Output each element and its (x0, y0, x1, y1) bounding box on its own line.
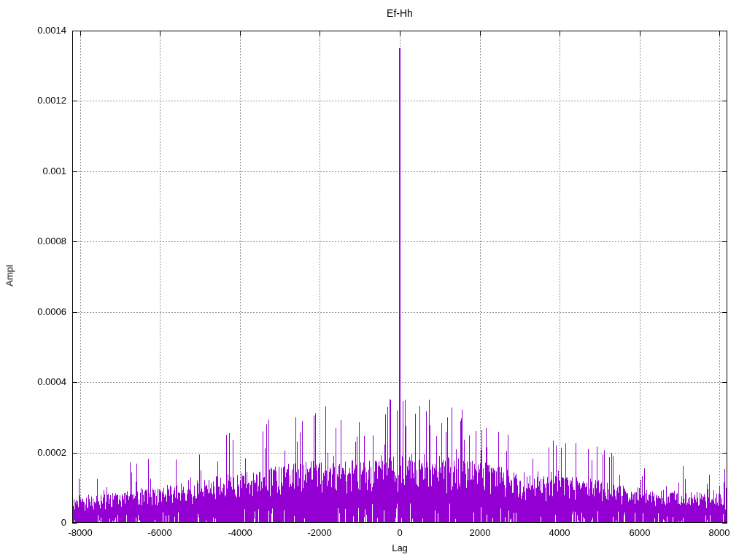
y-tick-label: 0.0006 (12, 306, 66, 318)
y-tick-label: 0.0004 (12, 376, 66, 388)
x-tick-label: 8000 (690, 527, 747, 538)
figure: Ef-Hh Lag Ampl -8000-6000-4000-200002000… (0, 0, 747, 560)
x-tick-label: -6000 (131, 527, 189, 538)
y-tick-label: 0.001 (12, 166, 66, 177)
y-tick-label: 0.0002 (12, 447, 66, 459)
x-tick-label: 6000 (611, 527, 669, 538)
y-tick-label: 0 (12, 517, 66, 529)
x-tick-label: 0 (371, 527, 429, 538)
x-tick-label: -4000 (211, 527, 269, 538)
chart-title: Ef-Hh (387, 7, 413, 19)
x-tick-label: 4000 (530, 527, 589, 538)
y-axis-label: Ampl (4, 265, 15, 287)
x-tick-label: 2000 (451, 527, 509, 538)
y-tick-label: 0.0012 (12, 95, 66, 106)
y-tick-label: 0.0014 (12, 25, 66, 36)
y-tick-label: 0.0008 (12, 236, 66, 247)
x-tick-label: -8000 (51, 527, 109, 538)
x-axis-label: Lag (392, 542, 408, 553)
plot-area (0, 0, 747, 560)
x-tick-label: -2000 (290, 527, 349, 538)
